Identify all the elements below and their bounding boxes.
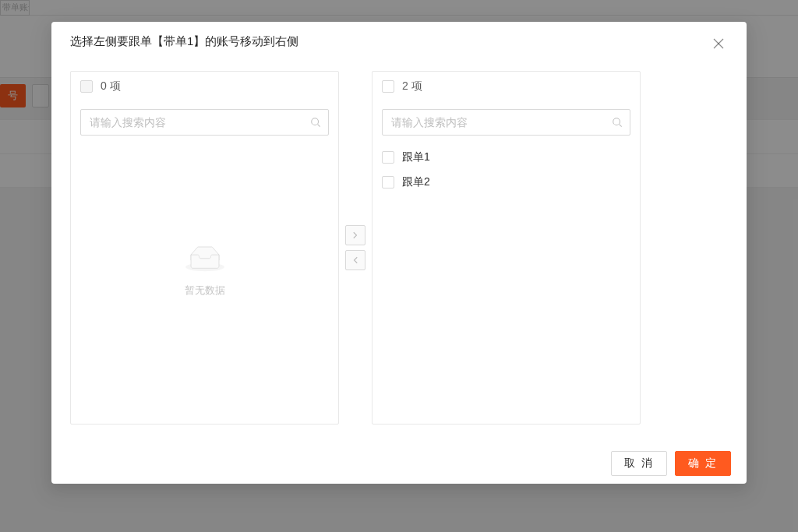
svg-point-2 xyxy=(312,118,319,125)
item-checkbox[interactable] xyxy=(382,176,394,188)
transfer-left-search xyxy=(71,101,338,145)
transfer-left-header: 0 项 xyxy=(71,72,338,101)
modal-footer: 取 消 确 定 xyxy=(51,443,747,484)
svg-line-6 xyxy=(620,125,622,127)
transfer-modal: 选择左侧要跟单【带单1】的账号移动到右侧 0 项 xyxy=(51,22,747,484)
transfer: 0 项 xyxy=(70,71,728,425)
transfer-left-body: 暂无数据 xyxy=(71,145,338,424)
search-icon xyxy=(310,117,321,128)
transfer-right-count: 2 项 xyxy=(402,79,422,93)
modal-title: 选择左侧要跟单【带单1】的账号移动到右侧 xyxy=(70,34,728,49)
item-label: 跟单1 xyxy=(402,150,430,164)
list-item[interactable]: 跟单2 xyxy=(373,170,640,195)
empty-text: 暂无数据 xyxy=(185,284,225,298)
move-left-button[interactable] xyxy=(345,250,365,270)
transfer-list-left: 0 项 xyxy=(70,71,339,425)
transfer-right-search xyxy=(373,101,640,145)
transfer-left-count: 0 项 xyxy=(101,79,121,93)
transfer-list-right: 2 项 跟单1 xyxy=(372,71,641,425)
transfer-right-body: 跟单1 跟单2 xyxy=(373,145,640,424)
close-icon xyxy=(713,38,724,49)
empty-icon xyxy=(185,246,224,273)
ok-button[interactable]: 确 定 xyxy=(675,451,731,476)
item-label: 跟单2 xyxy=(402,175,430,189)
svg-point-5 xyxy=(613,118,620,125)
select-all-right-checkbox[interactable] xyxy=(382,80,394,93)
empty-state: 暂无数据 xyxy=(71,145,338,424)
select-all-left-checkbox xyxy=(80,80,93,93)
modal-header: 选择左侧要跟单【带单1】的账号移动到右侧 xyxy=(51,22,747,62)
svg-line-3 xyxy=(318,125,320,127)
modal-body: 0 项 xyxy=(51,62,747,443)
transfer-operations xyxy=(345,225,365,270)
cancel-button[interactable]: 取 消 xyxy=(611,451,667,476)
item-checkbox[interactable] xyxy=(382,151,394,164)
search-icon xyxy=(612,117,623,128)
close-button[interactable] xyxy=(706,31,731,56)
search-input-right[interactable] xyxy=(382,109,630,136)
search-input-left[interactable] xyxy=(80,109,329,136)
chevron-right-icon xyxy=(353,231,358,239)
move-right-button[interactable] xyxy=(345,225,365,245)
transfer-right-header: 2 项 xyxy=(373,72,640,101)
list-item[interactable]: 跟单1 xyxy=(373,145,640,170)
chevron-left-icon xyxy=(353,256,358,264)
